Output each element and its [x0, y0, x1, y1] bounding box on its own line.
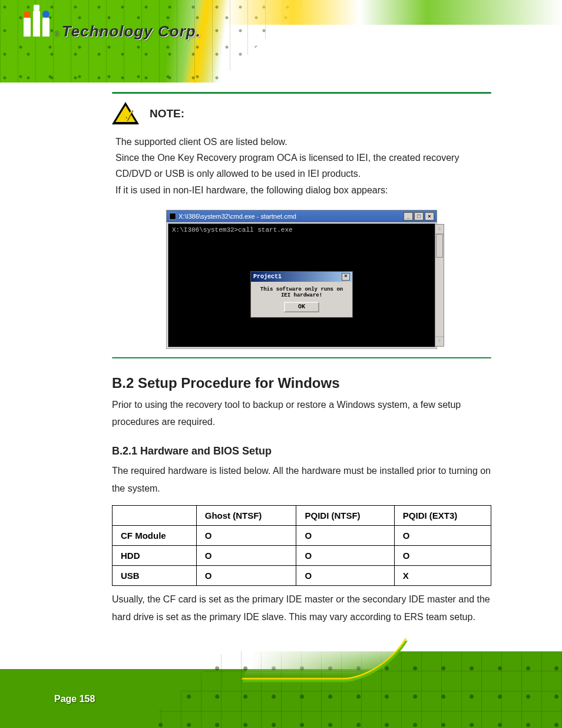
td: O	[394, 526, 491, 546]
header-banner: ® Technology Corp.	[0, 0, 562, 83]
td-label: CF Module	[113, 526, 197, 546]
page-content: ✓ NOTE: The supported client OS are list…	[0, 88, 562, 630]
cmd-title-text: X:\I386\system32\cmd.exe - startnet.cmd	[178, 213, 401, 220]
note-label: NOTE:	[150, 107, 184, 120]
scroll-down-icon[interactable]: ▼	[435, 337, 444, 346]
registered-mark: ®	[54, 30, 59, 38]
note-triangle-icon: ✓	[112, 102, 139, 126]
section-heading-b2: B.2 Setup Procedure for Windows	[112, 375, 491, 391]
logo-text: Technology Corp.	[62, 22, 201, 41]
dialog-message: This software only runs on IEI hardware!	[254, 286, 349, 298]
td: O	[196, 546, 296, 566]
close-button[interactable]: ×	[425, 212, 434, 220]
scroll-thumb[interactable]	[436, 234, 443, 258]
td: O	[394, 546, 491, 566]
th-blank	[113, 506, 197, 526]
td: O	[296, 526, 394, 546]
table-row: CF Module O O O	[113, 526, 491, 546]
section-p1: Prior to using the recovery tool to back…	[112, 396, 491, 431]
td: O	[296, 546, 394, 566]
section-heading-b2-1: B.2.1 Hardware and BIOS Setup	[112, 445, 491, 457]
cmd-icon	[169, 213, 176, 220]
dialog-titlebar: Project1 ×	[251, 272, 352, 282]
embedded-screenshot: X:\I386\system32\cmd.exe - startnet.cmd …	[112, 210, 491, 349]
dialog-title-text: Project1	[253, 274, 342, 280]
scroll-up-icon[interactable]: ▲	[435, 225, 444, 234]
td: X	[394, 566, 491, 586]
section-p2: The required hardware is listed below. A…	[112, 462, 491, 497]
th-pqidi-ext3: PQIDI (EXT3)	[394, 506, 491, 526]
cmd-scrollbar[interactable]: ▲ ▼	[435, 224, 444, 347]
td: O	[196, 526, 296, 546]
note-header: ✓ NOTE:	[112, 102, 491, 126]
minimize-button[interactable]: _	[404, 212, 413, 220]
table-row: HDD O O O	[113, 546, 491, 566]
note-body: The supported client OS are listed below…	[115, 134, 491, 198]
dialog-body: This software only runs on IEI hardware!…	[251, 282, 352, 317]
logo: ® Technology Corp.	[24, 11, 201, 41]
rule-top	[112, 92, 491, 94]
section-p3: Usually, the CF card is set as the prima…	[112, 591, 491, 625]
td-label: USB	[113, 566, 197, 586]
cmd-prompt-line: X:\I386\system32>call start.exe	[172, 226, 293, 233]
hardware-table: Ghost (NTSF) PQIDI (NTSF) PQIDI (EXT3) C…	[112, 505, 491, 586]
td: O	[296, 566, 394, 586]
th-pqidi-ntfs: PQIDI (NTSF)	[296, 506, 394, 526]
page-number: Page 158	[54, 694, 95, 704]
cmd-body: X:\I386\system32>call start.exe ▲ ▼ Proj…	[167, 222, 437, 348]
table-header-row: Ghost (NTSF) PQIDI (NTSF) PQIDI (EXT3)	[113, 506, 491, 526]
dialog-project1: Project1 × This software only runs on IE…	[250, 271, 353, 318]
cmd-terminal: X:\I386\system32>call start.exe ▲ ▼ Proj…	[168, 223, 435, 347]
td: O	[196, 566, 296, 586]
logo-bars-icon	[24, 11, 49, 37]
table-row: USB O O X	[113, 566, 491, 586]
th-ghost: Ghost (NTSF)	[196, 506, 296, 526]
dialog-ok-button[interactable]: OK	[284, 302, 319, 312]
td-label: HDD	[113, 546, 197, 566]
dialog-close-button[interactable]: ×	[342, 273, 350, 281]
rule-mid	[112, 357, 491, 358]
cmd-titlebar: X:\I386\system32\cmd.exe - startnet.cmd …	[167, 210, 437, 222]
maximize-button[interactable]: □	[414, 212, 424, 220]
cmd-window: X:\I386\system32\cmd.exe - startnet.cmd …	[166, 210, 437, 349]
